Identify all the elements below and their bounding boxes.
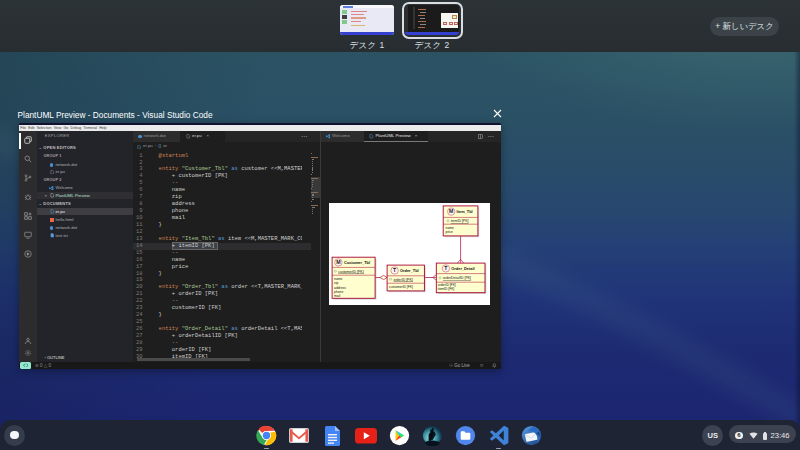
svg-text:customerID [FK]: customerID [FK] <box>389 285 413 289</box>
svg-text:customerID [PK]: customerID [PK] <box>338 270 364 274</box>
svg-text:itemID [PK]: itemID [PK] <box>451 219 469 223</box>
svg-text:Customer_Tbl: Customer_Tbl <box>344 260 370 265</box>
svg-text:itemID [FK]: itemID [FK] <box>438 287 455 291</box>
svg-text:price: price <box>446 230 453 234</box>
svg-text:orderID [PK]: orderID [PK] <box>394 278 413 282</box>
svg-text:orderDetailID [PK]: orderDetailID [PK] <box>443 276 471 280</box>
svg-text:M: M <box>449 208 453 214</box>
svg-text:M: M <box>336 259 340 265</box>
svg-text:Order_Tbl: Order_Tbl <box>400 268 419 273</box>
svg-text:mail: mail <box>334 294 340 298</box>
svg-text:Item_Tbl: Item_Tbl <box>457 209 473 214</box>
svg-text:Order_Detail: Order_Detail <box>451 266 474 271</box>
